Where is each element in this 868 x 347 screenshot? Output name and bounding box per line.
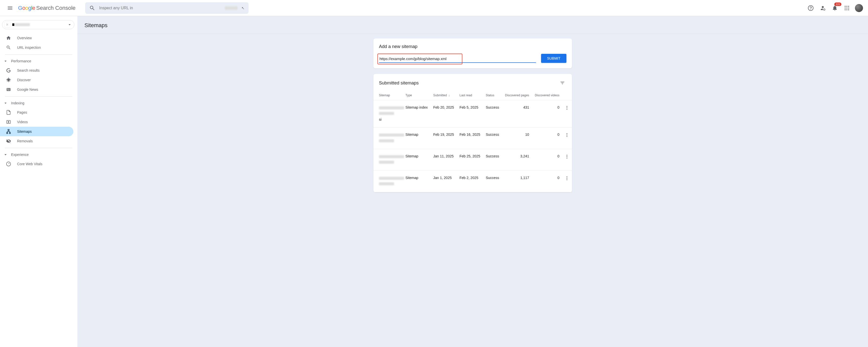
sidebar-item-discover[interactable]: Discover — [0, 75, 73, 85]
row-menu-button[interactable] — [562, 100, 572, 127]
col-videos[interactable]: Discovered videos — [532, 90, 562, 100]
svg-point-22 — [566, 158, 567, 158]
cell-videos: 0 — [532, 171, 562, 192]
sidebar-item-sitemaps[interactable]: Sitemaps — [0, 127, 73, 136]
filter-button[interactable] — [558, 79, 566, 87]
svg-point-15 — [566, 107, 567, 108]
sidebar-item-label: Pages — [17, 110, 27, 114]
home-icon — [6, 35, 11, 40]
property-selector[interactable]: ⁙ — [2, 20, 74, 29]
table-title: Submitted sitemaps — [379, 81, 419, 86]
g-logo-icon — [6, 68, 11, 73]
news-icon — [6, 87, 11, 92]
property-name — [12, 23, 65, 26]
svg-rect-5 — [9, 89, 10, 89]
dropdown-icon — [67, 22, 72, 27]
notifications-button[interactable]: 320 — [830, 3, 840, 13]
chevron-down-icon — [3, 59, 8, 64]
account-button[interactable] — [854, 3, 864, 13]
svg-point-16 — [566, 109, 567, 110]
svg-point-25 — [566, 179, 567, 180]
sitemap-icon — [6, 129, 11, 134]
cell-sitemap: si — [373, 100, 403, 127]
sitemaps-table: Sitemap Type Submitted↓ Last read Status… — [373, 90, 572, 192]
more-vert-icon — [564, 105, 569, 110]
more-vert-icon — [564, 133, 569, 138]
help-button[interactable] — [806, 3, 816, 13]
submitted-sitemaps-card: Submitted sitemaps Sitemap Type Submitte… — [373, 74, 572, 192]
chevron-down-icon — [3, 100, 8, 106]
col-pages[interactable]: Discovered pages — [502, 90, 531, 100]
sidebar-section-indexing[interactable]: Indexing — [0, 98, 78, 108]
col-submitted[interactable]: Submitted↓ — [431, 90, 457, 100]
sidebar-item-core-web-vitals[interactable]: Core Web Vitals — [0, 159, 73, 169]
apps-button[interactable] — [842, 3, 852, 13]
url-inspect-input[interactable] — [99, 6, 221, 10]
col-status[interactable]: Status — [483, 90, 502, 100]
sort-desc-icon: ↓ — [448, 93, 450, 97]
sidebar-item-search-results[interactable]: Search results — [0, 66, 73, 75]
row-menu-button[interactable] — [562, 149, 572, 171]
svg-point-1 — [811, 9, 811, 9]
svg-rect-4 — [7, 89, 8, 89]
add-sitemap-card: Add a new sitemap SUBMIT — [373, 38, 572, 68]
sidebar-section-performance[interactable]: Performance — [0, 57, 78, 66]
cell-status: Success — [483, 100, 502, 127]
sidebar-item-removals[interactable]: Removals — [0, 136, 73, 146]
cell-pages: 10 — [502, 127, 531, 149]
sidebar-item-google-news[interactable]: Google News — [0, 85, 73, 94]
svg-point-24 — [566, 178, 567, 178]
table-row[interactable]: Sitemap Jan 11, 2025 Feb 25, 2025 Succes… — [373, 149, 572, 171]
main-content: Sitemaps Add a new sitemap SUBMIT Submit… — [78, 16, 868, 347]
table-row[interactable]: Sitemap Feb 19, 2025 Feb 16, 2025 Succes… — [373, 127, 572, 149]
sidebar-item-url-inspection[interactable]: URL inspection — [0, 43, 73, 52]
svg-point-18 — [566, 135, 567, 136]
svg-marker-10 — [8, 121, 9, 123]
svg-point-14 — [566, 106, 567, 107]
sidebar-item-videos[interactable]: Videos — [0, 117, 73, 127]
users-settings-button[interactable] — [818, 3, 828, 13]
sidebar-item-pages[interactable]: Pages — [0, 108, 73, 117]
table-row[interactable]: Sitemap Jan 1, 2025 Feb 2, 2025 Success … — [373, 171, 572, 192]
asterisk-icon — [6, 78, 11, 83]
svg-point-23 — [566, 176, 567, 177]
cell-last-read: Feb 25, 2025 — [457, 149, 483, 171]
notification-badge: 320 — [834, 2, 841, 6]
person-gear-icon — [820, 5, 826, 11]
col-last-read[interactable]: Last read — [457, 90, 483, 100]
more-vert-icon — [564, 176, 569, 181]
sitemap-url-input[interactable] — [379, 56, 536, 63]
url-inspect-search[interactable]: ↖ — [85, 2, 249, 14]
chevron-down-icon — [3, 152, 8, 157]
logo[interactable]: Google Search Console — [18, 5, 75, 11]
search-icon — [89, 5, 95, 11]
svg-rect-3 — [7, 88, 10, 91]
hamburger-menu-button[interactable] — [4, 2, 16, 14]
property-favicon: ⁙ — [4, 22, 10, 28]
col-type[interactable]: Type — [403, 90, 431, 100]
more-vert-icon — [564, 154, 569, 159]
video-icon — [6, 119, 11, 124]
svg-point-17 — [566, 133, 567, 134]
cell-last-read: Feb 5, 2025 — [457, 100, 483, 127]
help-icon — [808, 5, 814, 11]
cell-type: Sitemap — [403, 149, 431, 171]
svg-point-21 — [566, 156, 567, 157]
row-menu-button[interactable] — [562, 171, 572, 192]
row-menu-button[interactable] — [562, 127, 572, 149]
sidebar-item-overview[interactable]: Overview — [0, 33, 73, 43]
table-row[interactable]: si Sitemap index Feb 20, 2025 Feb 5, 202… — [373, 100, 572, 127]
cursor-icon: ↖ — [242, 6, 245, 10]
svg-rect-11 — [8, 129, 9, 131]
svg-point-19 — [566, 136, 567, 137]
add-sitemap-title: Add a new sitemap — [379, 44, 566, 49]
product-name: Search Console — [36, 5, 75, 11]
speedometer-icon — [6, 162, 11, 167]
sidebar: ⁙ Overview URL inspection Performance Se… — [0, 16, 78, 347]
submit-button[interactable]: SUBMIT — [541, 54, 566, 63]
sidebar-item-label: Discover — [17, 78, 31, 82]
hamburger-icon — [7, 5, 13, 11]
sidebar-section-experience[interactable]: Experience — [0, 150, 78, 159]
magnify-icon — [6, 45, 11, 50]
col-sitemap[interactable]: Sitemap — [373, 90, 403, 100]
